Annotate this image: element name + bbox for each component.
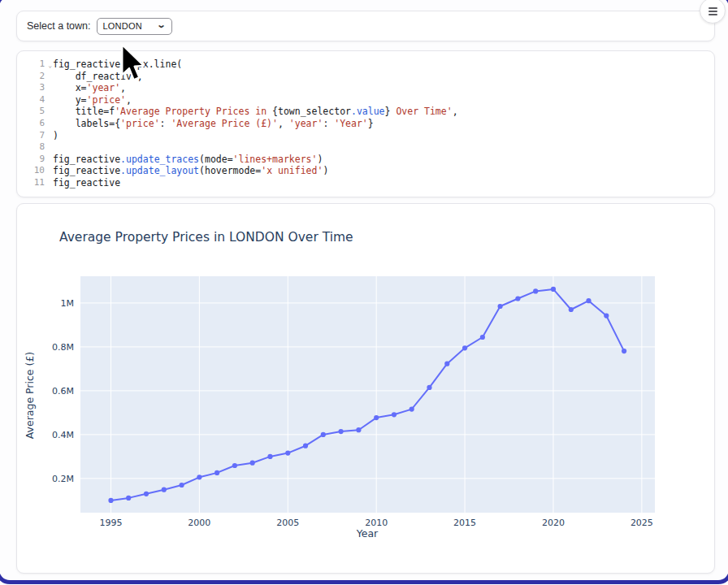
app-window: Select a town: LONDON ⌄ 1⌄fig_reactive =…	[0, 0, 728, 585]
chart-output-cell: Average Property Prices in LONDON Over T…	[16, 203, 715, 574]
line-number: 9	[22, 154, 53, 166]
svg-text:0.2M: 0.2M	[52, 474, 74, 484]
line-number: 10	[22, 165, 53, 177]
code-line: 7)	[22, 130, 706, 142]
town-selector-cell: Select a town: LONDON ⌄	[16, 11, 715, 41]
svg-text:2015: 2015	[453, 518, 476, 528]
code-editor-cell[interactable]: 1⌄fig_reactive = px.line(2 df_reactive,3…	[16, 50, 715, 197]
code-line: 2 df_reactive,	[22, 71, 706, 83]
svg-text:2020: 2020	[542, 518, 565, 528]
notebook-menu-button[interactable]	[700, 0, 726, 24]
line-number: 5	[22, 106, 53, 118]
code-line: 11fig_reactive	[22, 177, 706, 189]
chart-canvas[interactable]: 19952000200520102015202020250.2M0.4M0.6M…	[17, 204, 714, 553]
code-line: 3 x='year',	[22, 82, 706, 94]
chevron-down-icon: ⌄	[157, 20, 167, 29]
svg-text:1M: 1M	[61, 298, 75, 309]
town-selector-label: Select a town:	[27, 20, 91, 32]
svg-text:1995: 1995	[99, 518, 122, 528]
town-selector-value: LONDON	[103, 21, 158, 31]
y-axis-title: Average Price (£)	[24, 343, 36, 448]
line-number: 3	[22, 82, 53, 94]
town-selector-dropdown[interactable]: LONDON ⌄	[97, 18, 172, 35]
svg-text:2005: 2005	[276, 518, 299, 528]
hamburger-icon	[708, 7, 717, 15]
code-line: 8	[22, 141, 706, 154]
svg-text:0.6M: 0.6M	[52, 386, 74, 396]
line-number: 11	[22, 177, 53, 189]
line-number: 4	[22, 94, 53, 106]
svg-text:2025: 2025	[630, 518, 653, 528]
line-number: 7	[22, 130, 53, 142]
svg-text:2000: 2000	[188, 518, 210, 528]
line-number: 2	[22, 71, 53, 83]
x-axis-title: Year	[327, 527, 408, 540]
code-line: 6 labels={'price': 'Average Price (£)', …	[22, 118, 706, 130]
line-number: 1⌄	[22, 58, 53, 71]
code-line: 4 y='price',	[22, 94, 706, 106]
line-number: 6	[22, 118, 53, 130]
code-line: 9fig_reactive.update_traces(mode='lines+…	[22, 154, 706, 166]
svg-text:0.4M: 0.4M	[52, 430, 74, 440]
line-number: 8	[22, 141, 53, 154]
code-line: 5 title=f'Average Property Prices in {to…	[22, 106, 706, 118]
code-line: 10fig_reactive.update_layout(hovermode='…	[22, 165, 706, 177]
code-line: 1⌄fig_reactive = px.line(	[22, 58, 706, 71]
svg-text:0.8M: 0.8M	[52, 342, 74, 353]
